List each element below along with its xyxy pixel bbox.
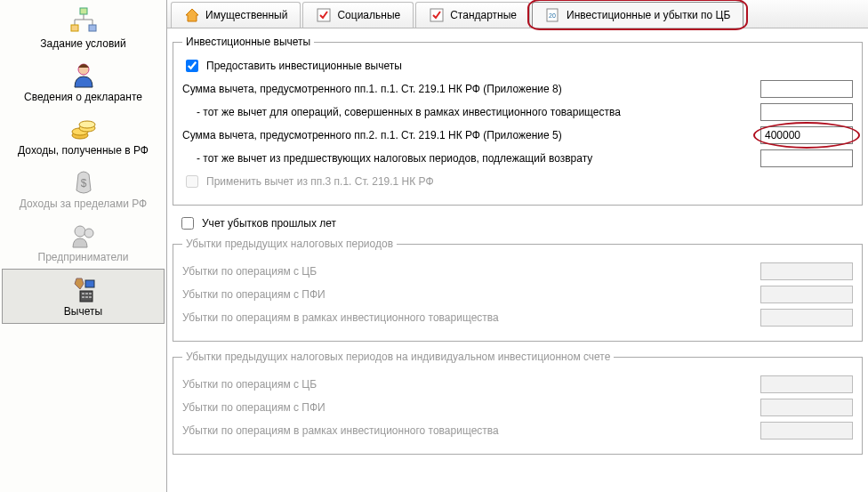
business-icon [68,221,100,249]
sidebar-item-income-rf[interactable]: Доходы, полученные в РФ [0,109,166,162]
loss-iis-cb-input [760,375,853,393]
apply-pp3-checkbox [186,175,198,188]
svg-rect-17 [82,293,84,294]
svg-rect-6 [89,25,96,31]
invest-pp1-input[interactable] [760,80,853,98]
sidebar-item-income-foreign: $ Доходы за пределами РФ [0,162,166,215]
row-label: - тот же вычет из предшествующих налогов… [182,152,760,165]
sidebar: Задание условий Сведения о декларанте До… [0,0,167,492]
loss-iis-pfi-input [760,399,853,416]
fieldset-losses-prev: Убытки предыдущих налоговых периодов Убы… [173,238,863,342]
sidebar-item-label: Задание условий [40,37,125,50]
person-icon [68,60,100,89]
row-label: - тот же вычет для операций, совершенных… [182,106,760,118]
fieldset-legend: Инвестиционные вычеты [182,36,314,48]
highlighted-value [760,126,853,144]
svg-point-13 [75,226,85,237]
loss-cb-input [760,262,853,280]
fieldset-investment: Инвестиционные вычеты Предоставить инвес… [173,36,863,206]
fieldset-legend: Убытки предыдущих налоговых периодов [182,238,397,250]
tabbar: Имущественный Социальные Стандартные 20 … [167,0,868,28]
tab-investment[interactable]: 20 Инвестиционные и убытки по ЦБ [532,2,743,28]
row-label: Сумма вычета, предусмотренного пп.1. п.1… [182,83,760,95]
sidebar-item-conditions[interactable]: Задание условий [0,2,166,55]
invest-pp2-input[interactable] [760,126,853,144]
invest-pp1-partnership-input[interactable] [760,103,853,121]
loss-partner-input [760,309,853,327]
tab-label: Имущественный [205,9,287,21]
deduction-icon [68,275,100,303]
tab-social[interactable]: Социальные [302,2,414,28]
sidebar-item-entrepreneurs: Предприниматели [0,215,166,269]
sidebar-item-label: Доходы за пределами РФ [20,198,147,210]
check-doc-icon [429,7,445,23]
fieldset-legend: Убытки предыдущих налоговых периодов на … [182,351,614,363]
checkbox-line-loss: Учет убытков прошлых лет [178,214,863,232]
tab-label: Инвестиционные и убытки по ЦБ [567,9,730,21]
svg-rect-20 [82,296,84,298]
row-label: Убытки по операциям в рамках инвестицион… [182,311,760,324]
provide-invest-checkbox[interactable] [186,60,198,72]
sidebar-item-label: Вычеты [64,305,102,318]
invest-pp2-prior-input[interactable] [760,149,853,167]
sidebar-item-label: Доходы, полученные в РФ [18,144,149,157]
row-label: Убытки по операциям в рамках инвестицион… [182,424,760,437]
coins-icon [68,114,100,142]
svg-point-14 [84,229,93,238]
sidebar-item-label: Предприниматели [38,251,129,263]
loss-iis-partner-input [760,422,853,440]
svg-point-11 [79,121,95,128]
tab-standard[interactable]: Стандартные [415,2,530,28]
sidebar-item-declarant[interactable]: Сведения о декларанте [0,55,166,109]
checkbox-label: Учет убытков прошлых лет [202,217,336,230]
sidebar-item-deductions[interactable]: Вычеты [2,269,165,324]
svg-rect-0 [80,8,87,14]
svg-rect-15 [85,280,94,287]
checkbox-label: Применить вычет из пп.3 п.1. Ст. 219.1 Н… [206,175,434,188]
row-label: Убытки по операциям с ЦБ [182,378,760,391]
svg-rect-21 [85,296,88,298]
row-label: Сумма вычета, предусмотренного пп.2. п.1… [182,129,760,141]
svg-rect-19 [89,293,92,294]
svg-rect-22 [89,296,92,298]
row-label: Убытки по операциям с ЦБ [182,265,760,278]
fieldset-losses-iis: Убытки предыдущих налоговых периодов на … [173,351,863,455]
row-label: Убытки по операциям с ПФИ [182,288,760,301]
tab-label: Социальные [337,9,400,21]
svg-rect-5 [71,25,78,31]
sidebar-item-label: Сведения о декларанте [24,91,142,103]
checkbox-line-pp3: Применить вычет из пп.3 п.1. Ст. 219.1 Н… [182,173,853,190]
checkbox-line-provide: Предоставить инвестиционные вычеты [182,57,853,75]
account-losses-checkbox[interactable] [181,217,194,230]
checkbox-label: Предоставить инвестиционные вычеты [206,60,402,72]
house-icon [184,7,200,23]
svg-rect-18 [85,293,88,294]
bag-icon: $ [68,167,100,196]
svg-text:$: $ [80,177,86,190]
loss-pfi-input [760,286,853,303]
cert-icon: 20 [545,7,561,23]
check-doc-icon [316,7,332,23]
row-label: Убытки по операциям с ПФИ [182,401,760,414]
svg-text:20: 20 [549,12,556,19]
flow-icon [68,7,100,36]
tab-property[interactable]: Имущественный [171,2,301,28]
tab-label: Стандартные [450,9,517,21]
